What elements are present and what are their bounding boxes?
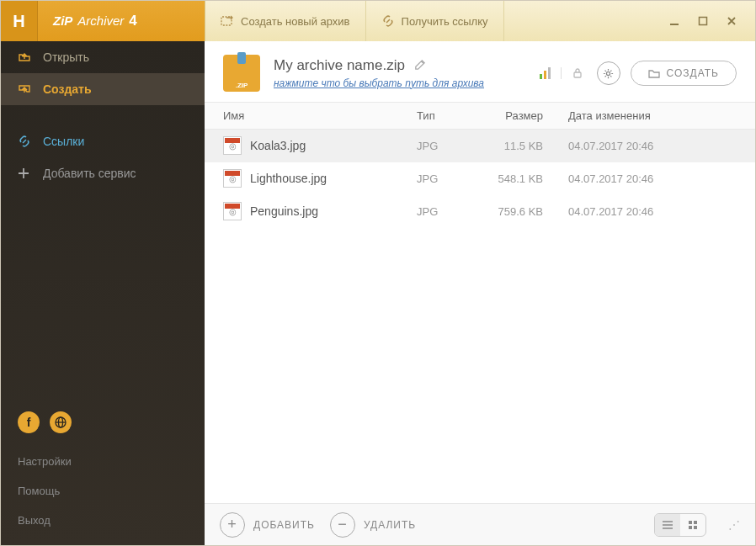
col-header-type[interactable]: Тип <box>417 109 476 122</box>
web-icon[interactable] <box>50 411 72 433</box>
svg-rect-14 <box>694 526 697 529</box>
compression-level-icon[interactable] <box>540 67 551 79</box>
file-size: 11.5 KB <box>476 140 551 152</box>
add-files-button[interactable]: + ДОБАВИТЬ <box>220 512 315 538</box>
title-bar: H ZiP Archiver 4 Создать новый архив Пол… <box>1 1 755 41</box>
file-type: JPG <box>417 172 476 185</box>
logo-h-icon: H <box>1 1 38 41</box>
sidebar: Открыть Создать Ссылки Добавить сервис f… <box>1 41 205 545</box>
zip-file-icon: .ZIP <box>223 55 260 92</box>
remove-label: УДАЛИТЬ <box>364 519 416 531</box>
svg-rect-6 <box>574 72 581 77</box>
add-label: ДОБАВИТЬ <box>253 519 315 531</box>
sidebar-create-label: Создать <box>43 82 92 96</box>
maximize-button[interactable] <box>695 13 711 29</box>
title-bar-actions: Создать новый архив Получить ссылку <box>205 1 755 41</box>
jpg-file-icon <box>223 169 242 188</box>
file-name: Koala3.jpg <box>250 139 306 152</box>
jpg-file-icon <box>223 202 242 220</box>
social-row: f <box>1 398 205 447</box>
create-new-archive-button[interactable]: Создать новый архив <box>205 1 366 41</box>
title-bar-logo-area: H ZiP Archiver 4 <box>1 1 205 41</box>
sidebar-item-links[interactable]: Ссылки <box>1 125 205 157</box>
get-link-label: Получить ссылку <box>402 15 488 28</box>
new-archive-icon <box>221 14 234 28</box>
sidebar-help[interactable]: Помощь <box>1 476 205 506</box>
links-icon <box>18 135 31 148</box>
archive-header: .ZIP My archive name.zip нажмите что бы … <box>205 41 755 102</box>
archive-name: My archive name.zip <box>274 57 405 74</box>
file-name: Lighthouse.jpg <box>250 172 327 185</box>
svg-rect-13 <box>689 526 692 529</box>
create-new-archive-label: Создать новый архив <box>241 15 350 28</box>
plus-circle-icon: + <box>220 512 245 538</box>
archive-name-row: My archive name.zip <box>274 57 526 74</box>
file-row[interactable]: Penguins.jpgJPG759.6 KB04.07.2017 20:46 <box>205 195 755 228</box>
col-header-size[interactable]: Размер <box>476 109 551 122</box>
svg-rect-12 <box>694 521 697 524</box>
sidebar-links-label: Ссылки <box>43 135 84 148</box>
create-button-label: СОЗДАТЬ <box>667 67 719 79</box>
header-tools: СОЗДАТЬ <box>540 61 737 86</box>
facebook-icon[interactable]: f <box>18 411 40 433</box>
minimize-button[interactable] <box>666 13 683 29</box>
list-view-button[interactable] <box>655 514 680 536</box>
view-toggle <box>654 513 706 537</box>
plus-icon <box>18 167 31 179</box>
close-button[interactable] <box>723 13 740 29</box>
app-window: H ZiP Archiver 4 Создать новый архив Пол… <box>0 0 756 546</box>
archive-info: My archive name.zip нажмите что бы выбра… <box>274 57 526 90</box>
create-archive-button[interactable]: СОЗДАТЬ <box>631 61 737 86</box>
file-type: JPG <box>417 140 476 152</box>
file-type: JPG <box>417 205 476 218</box>
logo-archiver: Archiver <box>77 13 124 28</box>
file-row[interactable]: Lighthouse.jpgJPG548.1 KB04.07.2017 20:4… <box>205 162 755 195</box>
open-icon <box>18 50 31 64</box>
create-icon <box>18 82 31 96</box>
archive-path-link[interactable]: нажмите что бы выбрать путь для архива <box>274 77 484 89</box>
file-size: 759.6 KB <box>476 205 551 218</box>
sidebar-exit[interactable]: Выход <box>1 506 205 535</box>
app-title: ZiP Archiver 4 <box>38 13 137 29</box>
resize-grip[interactable]: ⋰ <box>721 518 740 532</box>
jpg-file-icon <box>223 136 242 155</box>
link-icon <box>381 14 395 28</box>
col-header-date[interactable]: Дата изменения <box>551 109 686 122</box>
file-list: Koala3.jpgJPG11.5 KB04.07.2017 20:46Ligh… <box>205 130 755 503</box>
main-panel: .ZIP My archive name.zip нажмите что бы … <box>205 41 755 545</box>
get-link-button[interactable]: Получить ссылку <box>366 1 504 41</box>
col-header-name[interactable]: Имя <box>223 109 417 122</box>
lock-icon[interactable] <box>561 67 587 79</box>
sidebar-add-service-label: Добавить сервис <box>43 167 136 180</box>
grid-view-button[interactable] <box>680 514 705 536</box>
logo-zip: ZiP <box>53 13 72 28</box>
svg-point-7 <box>607 72 610 75</box>
columns-header: Имя Тип Размер Дата изменения <box>205 102 755 130</box>
minus-circle-icon: − <box>330 512 355 538</box>
settings-gear-button[interactable] <box>597 61 620 85</box>
file-name: Penguins.jpg <box>250 204 318 218</box>
svg-rect-2 <box>700 18 707 25</box>
edit-name-icon[interactable] <box>413 59 426 72</box>
sidebar-settings[interactable]: Настройки <box>1 447 205 476</box>
remove-files-button[interactable]: − УДАЛИТЬ <box>330 512 416 538</box>
file-row[interactable]: Koala3.jpgJPG11.5 KB04.07.2017 20:46 <box>205 130 755 162</box>
logo-version: 4 <box>129 13 136 29</box>
sidebar-item-open[interactable]: Открыть <box>1 41 205 73</box>
svg-rect-11 <box>689 521 692 524</box>
folder-icon <box>648 68 660 78</box>
sidebar-open-label: Открыть <box>43 50 89 64</box>
bottom-toolbar: + ДОБАВИТЬ − УДАЛИТЬ ⋰ <box>205 503 755 545</box>
sidebar-item-add-service[interactable]: Добавить сервис <box>1 157 205 189</box>
window-controls <box>666 13 755 29</box>
file-date: 04.07.2017 20:46 <box>551 205 686 218</box>
file-size: 548.1 KB <box>476 172 551 185</box>
file-date: 04.07.2017 20:46 <box>551 140 686 152</box>
body: Открыть Создать Ссылки Добавить сервис f… <box>1 41 755 545</box>
sidebar-item-create[interactable]: Создать <box>1 73 205 105</box>
file-date: 04.07.2017 20:46 <box>551 172 686 185</box>
